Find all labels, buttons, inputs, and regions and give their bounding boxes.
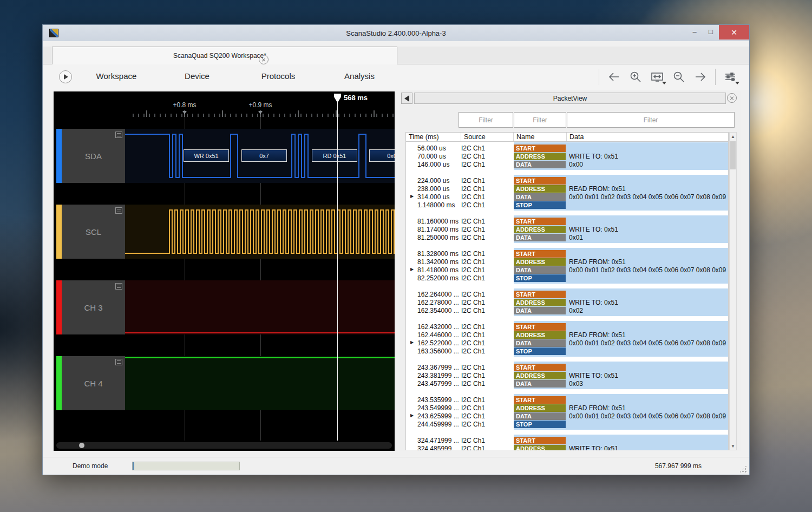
packet-group: 162.432000 ...I2C Ch1START162.446000 ...… bbox=[406, 323, 728, 355]
packet-row[interactable]: 243.457999 ...I2C Ch1DATA0x03 bbox=[406, 379, 728, 388]
sliders-icon[interactable] bbox=[723, 69, 737, 85]
packet-row[interactable]: ▶162.522000 ...I2C Ch1DATA0x00 0x01 0x02… bbox=[406, 339, 728, 347]
packet-row[interactable]: 244.459999 ...I2C Ch1STOP bbox=[406, 420, 728, 428]
menu-workspace[interactable]: Workspace bbox=[96, 71, 137, 81]
channel-collapse-icon[interactable] bbox=[115, 359, 122, 365]
channel-collapse-icon[interactable] bbox=[115, 132, 122, 138]
packet-name-badge: ADDRESS bbox=[514, 258, 566, 266]
packet-row[interactable]: 1.148000 msI2C Ch1STOP bbox=[406, 201, 728, 209]
packet-name-badge: STOP bbox=[514, 274, 566, 282]
packet-name-badge: DATA bbox=[514, 193, 566, 201]
column-header-name[interactable]: Name bbox=[514, 133, 567, 141]
packet-row[interactable]: ▶243.625999 ...I2C Ch1DATA0x00 0x01 0x02… bbox=[406, 412, 728, 420]
packet-time-cell: ▶243.625999 ... bbox=[406, 412, 461, 420]
scroll-down-icon[interactable]: ▼ bbox=[730, 442, 736, 450]
vscrollbar-thumb[interactable] bbox=[730, 141, 736, 169]
packet-row[interactable]: 243.367999 ...I2C Ch1START bbox=[406, 363, 728, 371]
channel-color-stripe bbox=[56, 129, 62, 183]
packet-row[interactable]: 81.250000 msI2C Ch1DATA0x01 bbox=[406, 233, 728, 241]
packet-row[interactable]: 56.000 usI2C Ch1START bbox=[406, 144, 728, 152]
packet-row[interactable]: 162.278000 ...I2C Ch1ADDRESSWRITE TO: 0x… bbox=[406, 298, 728, 306]
packet-data-cell: WRITE TO: 0x51 bbox=[567, 153, 728, 160]
packet-row[interactable]: 224.000 usI2C Ch1START bbox=[406, 176, 728, 185]
packet-data-cell: WRITE TO: 0x51 bbox=[567, 299, 728, 306]
expand-arrow-icon[interactable]: ▶ bbox=[410, 413, 414, 418]
hscrollbar-thumb[interactable] bbox=[79, 443, 84, 448]
packet-vscrollbar[interactable]: ▲ ▼ bbox=[729, 132, 737, 450]
tab-close-icon[interactable] bbox=[259, 55, 269, 64]
packet-name-badge: ADDRESS bbox=[514, 299, 566, 306]
channel-label[interactable]: SCL bbox=[62, 205, 125, 259]
back-arrow-icon[interactable] bbox=[607, 69, 621, 85]
waveform-view[interactable]: +0.8 ms +0.9 ms SDAWR 0x510x7RD 0x510x0S… bbox=[54, 91, 395, 451]
minimize-button[interactable]: – bbox=[686, 25, 703, 38]
packet-row[interactable]: 162.446000 ...I2C Ch1ADDRESSREAD FROM: 0… bbox=[406, 331, 728, 339]
zoom-out-icon[interactable] bbox=[672, 69, 686, 85]
packet-name-badge: START bbox=[514, 250, 566, 258]
packet-source-cell: I2C Ch1 bbox=[461, 380, 514, 388]
packet-row[interactable]: ▶314.000 usI2C Ch1DATA0x00 0x01 0x02 0x0… bbox=[406, 193, 728, 201]
column-header-data[interactable]: Data bbox=[567, 133, 728, 141]
packet-group: 81.328000 msI2C Ch1START81.342000 msI2C … bbox=[406, 250, 728, 282]
packetview-back-button[interactable] bbox=[401, 93, 412, 104]
packet-name-badge: STOP bbox=[514, 201, 566, 209]
packet-source-cell: I2C Ch1 bbox=[461, 201, 514, 209]
packet-row[interactable]: 81.174000 msI2C Ch1ADDRESSWRITE TO: 0x51 bbox=[406, 225, 728, 233]
zoom-in-icon[interactable] bbox=[628, 69, 643, 85]
packet-row[interactable]: 70.000 usI2C Ch1ADDRESSWRITE TO: 0x51 bbox=[406, 152, 728, 160]
packet-source-cell: I2C Ch1 bbox=[461, 291, 514, 298]
packet-row[interactable]: 324.485999I2C Ch1ADDRESSWRITE TO: 0x51 bbox=[406, 444, 728, 450]
packet-row[interactable]: 324.471999 ...I2C Ch1START bbox=[406, 436, 728, 444]
channel-label[interactable]: SDA bbox=[62, 129, 125, 183]
expand-arrow-icon[interactable]: ▶ bbox=[410, 267, 414, 272]
packet-name-badge: START bbox=[514, 218, 566, 225]
filter-input-name[interactable] bbox=[514, 112, 566, 128]
column-header-time[interactable]: Time (ms) bbox=[406, 133, 461, 141]
packet-name-badge: DATA bbox=[514, 266, 566, 274]
packet-row[interactable]: 82.252000 msI2C Ch1STOP bbox=[406, 274, 728, 282]
play-button[interactable] bbox=[59, 70, 72, 83]
packet-row[interactable]: 243.549999 ...I2C Ch1ADDRESSREAD FROM: 0… bbox=[406, 404, 728, 412]
channel-collapse-icon[interactable] bbox=[115, 283, 122, 290]
packet-row[interactable]: 243.535999 ...I2C Ch1START bbox=[406, 396, 728, 404]
packet-data-cell: READ FROM: 0x51 bbox=[567, 185, 728, 193]
channel-row-scl: SCL bbox=[54, 205, 395, 259]
maximize-button[interactable]: □ bbox=[703, 25, 719, 38]
packet-row[interactable]: 243.381999 ...I2C Ch1ADDRESSWRITE TO: 0x… bbox=[406, 371, 728, 379]
menu-analysis[interactable]: Analysis bbox=[344, 71, 375, 81]
packet-time-cell: 81.160000 ms bbox=[406, 218, 461, 225]
packet-source-cell: I2C Ch1 bbox=[461, 347, 514, 355]
menu-device[interactable]: Device bbox=[185, 71, 209, 81]
packet-row[interactable]: 162.432000 ...I2C Ch1START bbox=[406, 323, 728, 331]
packet-row[interactable]: 162.354000 ...I2C Ch1DATA0x02 bbox=[406, 306, 728, 314]
column-header-source[interactable]: Source bbox=[461, 133, 514, 141]
waveform-hscrollbar[interactable] bbox=[56, 442, 392, 449]
expand-arrow-icon[interactable]: ▶ bbox=[410, 340, 414, 345]
expand-arrow-icon[interactable]: ▶ bbox=[410, 194, 414, 199]
packet-row[interactable]: 81.342000 msI2C Ch1ADDRESSREAD FROM: 0x5… bbox=[406, 258, 728, 266]
close-button[interactable]: ✕ bbox=[719, 25, 749, 40]
forward-arrow-icon[interactable] bbox=[693, 69, 708, 85]
packet-source-cell: I2C Ch1 bbox=[461, 421, 514, 428]
filter-input-source[interactable] bbox=[459, 112, 513, 128]
packet-row[interactable]: 146.000 usI2C Ch1DATA0x00 bbox=[406, 160, 728, 168]
filter-input-data[interactable] bbox=[567, 112, 735, 128]
packet-row[interactable]: 162.264000 ...I2C Ch1START bbox=[406, 290, 728, 298]
packet-name-badge: START bbox=[514, 291, 566, 298]
packetview-close-icon[interactable] bbox=[727, 93, 737, 103]
app-window: ScanaStudio 2.400.000-Alpha-3 – □ ✕ Scan… bbox=[42, 24, 750, 475]
resize-grip[interactable] bbox=[739, 465, 747, 473]
fit-width-icon[interactable] bbox=[650, 69, 664, 85]
packet-row[interactable]: 238.000 usI2C Ch1ADDRESSREAD FROM: 0x51 bbox=[406, 185, 728, 193]
channel-collapse-icon[interactable] bbox=[115, 207, 122, 214]
workspace-tab[interactable]: ScanaQuad SQ200 Workspace* bbox=[52, 47, 397, 64]
channel-label[interactable]: CH 4 bbox=[62, 356, 125, 410]
packet-row[interactable]: ▶81.418000 msI2C Ch1DATA0x00 0x01 0x02 0… bbox=[406, 266, 728, 274]
scroll-up-icon[interactable]: ▲ bbox=[730, 133, 736, 140]
packet-source-cell: I2C Ch1 bbox=[461, 412, 514, 420]
packet-row[interactable]: 81.328000 msI2C Ch1START bbox=[406, 250, 728, 258]
packet-row[interactable]: 81.160000 msI2C Ch1START bbox=[406, 217, 728, 225]
channel-label[interactable]: CH 3 bbox=[62, 280, 125, 334]
packet-row[interactable]: 163.356000 ...I2C Ch1STOP bbox=[406, 347, 728, 355]
menu-protocols[interactable]: Protocols bbox=[261, 71, 296, 81]
